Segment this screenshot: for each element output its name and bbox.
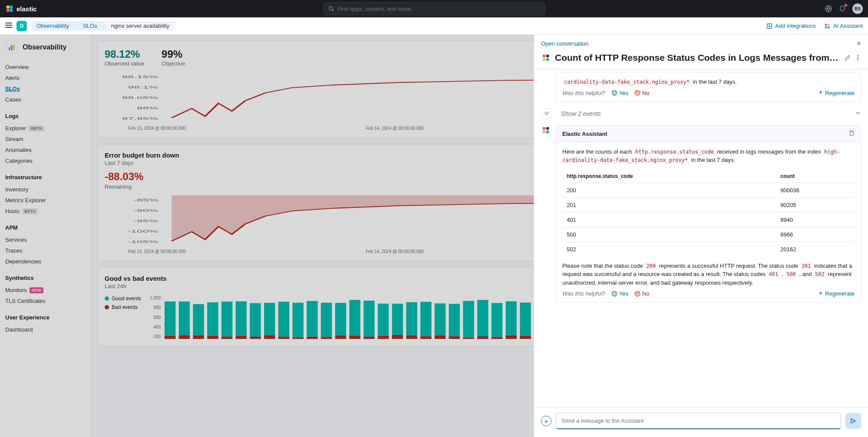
global-search[interactable] [323, 2, 545, 15]
code-snippet: cardinality-data-fake_stack.nginx_proxy* [562, 79, 691, 85]
observability-app-icon [5, 41, 18, 54]
svg-text:97.95%: 97.95% [122, 116, 158, 121]
svg-point-1 [10, 6, 13, 9]
svg-point-136 [858, 57, 859, 59]
svg-rect-86 [520, 336, 531, 339]
regenerate-button[interactable]: Regenerate [818, 90, 855, 96]
sidebar-item-categories[interactable]: Categories [5, 155, 86, 166]
svg-point-19 [828, 23, 830, 26]
sidebar-group-title: Synthetics [5, 275, 86, 281]
svg-text:98.15%: 98.15% [122, 75, 158, 79]
chevron-down-icon [855, 110, 861, 117]
table-row: 200900038 [562, 183, 855, 197]
edit-icon[interactable] [845, 55, 851, 61]
svg-rect-40 [193, 335, 204, 339]
svg-point-135 [858, 55, 859, 56]
conversation-title: Count of HTTP Response Status Codes in L… [555, 53, 840, 63]
sidebar-item-slos[interactable]: SLOs [5, 83, 86, 94]
newsfeed-icon[interactable] [838, 5, 846, 13]
sparkle-icon [818, 291, 823, 296]
integrations-icon [766, 23, 772, 29]
svg-point-142 [636, 92, 637, 92]
sidebar-item-explorer[interactable]: ExplorerBETA [5, 123, 86, 134]
sidebar-item-dashboard[interactable]: Dashboard [5, 324, 86, 335]
svg-rect-62 [350, 335, 360, 339]
sidebar-group-title: APM [5, 224, 86, 231]
sidebar-item-dependencies[interactable]: Dependencies [5, 256, 86, 267]
global-header: elastic BS [0, 0, 868, 17]
sidebar-item-inventory[interactable]: Inventory [5, 184, 86, 195]
svg-rect-69 [406, 302, 417, 335]
svg-point-18 [825, 23, 827, 26]
svg-point-143 [638, 92, 638, 92]
feedback-yes-button[interactable]: Yes [611, 290, 628, 297]
sidebar-item-alerts[interactable]: Alerts [5, 72, 86, 83]
assistant-message-input[interactable] [556, 413, 841, 429]
svg-point-137 [858, 59, 859, 60]
open-conversation-link[interactable]: Open conversation [541, 40, 588, 47]
feedback-yes-button[interactable]: Yes [611, 90, 628, 96]
sidebar-item-tls-certificates[interactable]: TLS Certificates [5, 296, 86, 306]
badge: BETA [22, 208, 38, 214]
sidebar-item-hosts[interactable]: HostsBETA [5, 206, 86, 217]
svg-rect-47 [250, 303, 261, 337]
space-selector[interactable]: D [17, 21, 27, 31]
feedback-label: Was this helpful? [562, 90, 605, 96]
svg-point-138 [612, 90, 617, 95]
breadcrumb-observability[interactable]: Observability [31, 21, 75, 31]
svg-point-154 [638, 292, 638, 293]
sidebar-item-overview[interactable]: Overview [5, 62, 86, 72]
svg-text:98%: 98% [137, 106, 158, 111]
nav-toggle-icon[interactable] [5, 22, 12, 30]
more-icon[interactable] [855, 55, 861, 61]
frown-icon [634, 291, 640, 297]
svg-point-134 [546, 58, 549, 61]
svg-point-7 [828, 8, 830, 10]
feedback-no-button[interactable]: No [634, 90, 650, 96]
sidebar-item-cases[interactable]: Cases [5, 94, 86, 105]
svg-point-0 [7, 6, 10, 9]
events-legend: Good events Bad events [105, 296, 141, 339]
table-row: 4018940 [562, 212, 855, 227]
send-button[interactable] [845, 413, 861, 429]
sidebar-item-anomalies[interactable]: Anomalies [5, 145, 86, 155]
help-icon[interactable] [825, 5, 832, 13]
global-search-input[interactable] [337, 6, 540, 12]
add-integrations-link[interactable]: Add integrations [766, 23, 816, 29]
breadcrumb: Observability SLOs nginx server availabi… [31, 21, 175, 31]
breadcrumb-slos[interactable]: SLOs [75, 21, 103, 31]
svg-rect-63 [363, 301, 374, 337]
sidebar-item-stream[interactable]: Stream [5, 134, 86, 145]
add-attachment-button[interactable]: + [541, 416, 551, 426]
ai-assistant-link[interactable]: AI Assistant [824, 23, 863, 30]
sidebar-group-title: User Experience [5, 314, 86, 321]
svg-point-147 [546, 130, 549, 133]
svg-rect-73 [435, 303, 446, 335]
brand-logo[interactable]: elastic [5, 4, 37, 13]
sidebar-item-traces[interactable]: Traces [5, 245, 86, 256]
sidebar-item-monitors[interactable]: MonitorsNEW [5, 285, 86, 296]
show-events-toggle[interactable]: Show 2 events [534, 102, 868, 125]
copy-icon[interactable] [848, 130, 855, 138]
svg-rect-67 [392, 304, 403, 335]
assistant-name: Elastic Assistant [562, 131, 607, 137]
regenerate-button[interactable]: Regenerate [818, 290, 855, 297]
svg-rect-41 [207, 302, 218, 336]
feedback-no-button[interactable]: No [634, 290, 650, 297]
sidebar-item-services[interactable]: Services [5, 234, 86, 245]
svg-point-21 [828, 26, 830, 28]
frown-icon [634, 90, 640, 96]
svg-point-145 [546, 127, 549, 130]
user-avatar[interactable]: BS [852, 3, 863, 14]
badge: BETA [29, 125, 44, 131]
assistant-message-card: cardinality-data-fake_stack.nginx_proxy*… [556, 72, 861, 102]
smile-icon [611, 291, 617, 297]
svg-rect-75 [449, 304, 460, 336]
svg-rect-53 [293, 303, 304, 338]
assistant-avatar-icon [541, 125, 551, 136]
svg-point-131 [542, 54, 545, 57]
close-icon[interactable]: × [856, 39, 861, 48]
sidebar-item-metrics-explorer[interactable]: Metrics Explorer [5, 195, 86, 206]
svg-rect-60 [335, 335, 346, 339]
objective-label: Objective [162, 60, 185, 67]
